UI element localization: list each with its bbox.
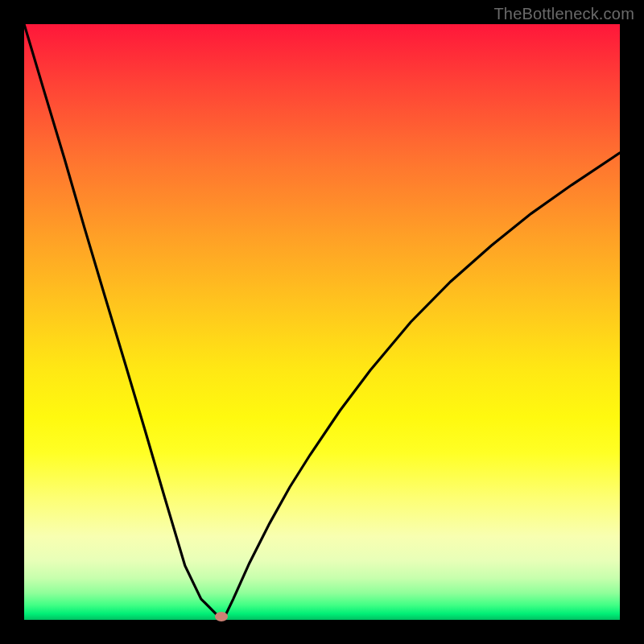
watermark-text: TheBottleneck.com	[493, 5, 634, 23]
chart-line-path	[24, 24, 620, 617]
chart-plot-area	[24, 24, 620, 620]
chart-min-marker	[215, 612, 228, 621]
chart-curve	[24, 24, 620, 620]
chart-frame: TheBottleneck.com	[0, 0, 644, 644]
